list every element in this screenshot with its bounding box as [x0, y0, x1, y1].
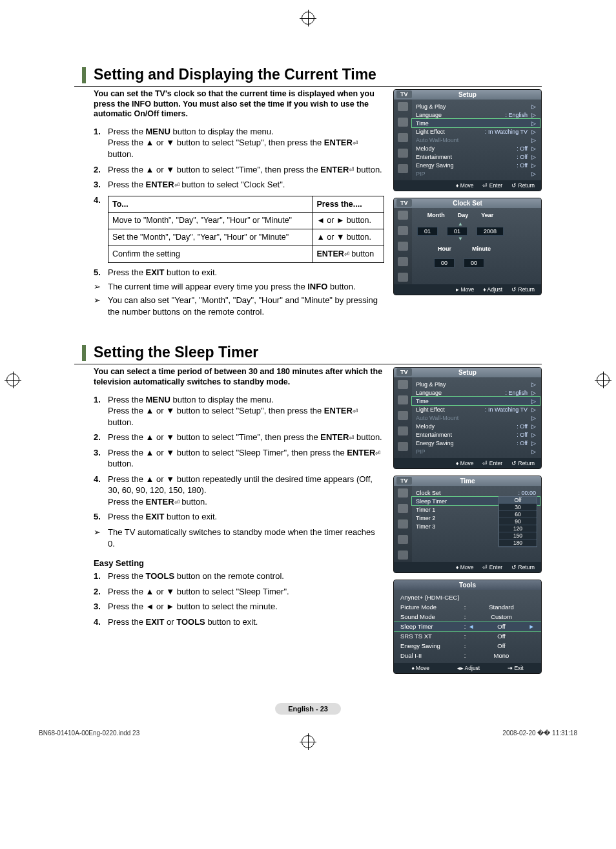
osd-hint: ♦ Adjust [483, 286, 502, 293]
step-body: Press the ▲ or ▼ button repeatedly until… [108, 474, 384, 508]
registration-mark-icon [302, 735, 314, 748]
osd-hint: ⏎ Enter [482, 460, 502, 466]
enter-icon: ⏎ [174, 498, 180, 507]
osd-row: Melody: Off▷ [416, 144, 536, 152]
osd-tab: TV [396, 199, 412, 207]
tools-row: Dual I-II:Mono [394, 651, 541, 660]
osd-row: Time▷ [412, 119, 540, 127]
registration-mark-icon [6, 373, 19, 386]
section-sleep-timer: Setting the Sleep Timer You can select a… [74, 342, 542, 680]
osd-row: PIP▷ [416, 169, 536, 178]
osd-row: Entertainment: Off▷ [416, 152, 536, 161]
osd-hint: ↺ Return [511, 564, 535, 571]
step-body: Press the ▲ or ▼ button to select "Time"… [108, 164, 384, 176]
step-body: Press the MENU button to display the men… [108, 126, 384, 160]
osd-hint: ♦ Move [456, 460, 473, 466]
osd-title: Time [460, 477, 475, 485]
clock-label: Hour [438, 246, 451, 252]
enter-icon: ⏎ [375, 449, 380, 458]
note-text: You can also set "Year", "Month", "Day",… [108, 295, 384, 317]
dropdown-option: 30 [499, 504, 537, 511]
instruction-table: To...Press the.... Move to "Month", "Day… [108, 196, 384, 264]
intro-text: You can set the TV's clock so that the c… [74, 89, 384, 120]
osd-row: PIP▷ [416, 447, 536, 456]
section-title: Setting the Sleep Timer [74, 342, 542, 364]
table-cell: Move to "Month", "Day", "Year", "Hour" o… [108, 213, 313, 229]
osd-category-icons [394, 100, 412, 180]
osd-title: Setup [458, 369, 477, 376]
tools-row: SRS TS XT:Off [394, 631, 541, 641]
osd-row: Entertainment: Off▷ [416, 430, 536, 439]
step-body: Press the EXIT or TOOLS button to exit. [108, 616, 384, 628]
table-cell: ENTER⏎ button [313, 246, 384, 263]
clock-value: 00 [434, 258, 455, 267]
step-number: 3. [94, 601, 108, 613]
step-body: Press the ▲ or ▼ button to select "Time"… [108, 432, 384, 443]
osd-tools-panel: Tools Anynet+ (HDMI-CEC)Picture Mode:Sta… [393, 580, 542, 674]
note-text: The TV automatically switches to standby… [108, 527, 384, 549]
osd-row: Light Effect: In Watching TV▷ [416, 405, 536, 414]
osd-hint: ◂▸ Adjust [457, 665, 480, 671]
note-icon: ➢ [94, 527, 108, 549]
sleep-timer-dropdown: Off306090120150180 [498, 496, 537, 547]
page-number: English - 23 [275, 703, 341, 715]
osd-tab: TV [396, 477, 412, 485]
table-header: Press the.... [313, 196, 384, 213]
osd-row: Melody: Off▷ [416, 422, 536, 430]
clock-value: 2008 [477, 227, 504, 236]
dropdown-option: 120 [499, 525, 537, 532]
step-number: 2. [94, 586, 108, 598]
osd-row: Plug & Play▷ [416, 380, 536, 388]
osd-clockset-panel: TVClock Set Month Day Year ▲ [393, 198, 542, 295]
osd-category-icons [394, 486, 412, 562]
clock-label: Minute [472, 246, 491, 252]
step-number: 4. [94, 194, 108, 264]
step-number: 4. [94, 616, 108, 628]
step-body: Press the ▲ or ▼ button to select "Sleep… [108, 447, 384, 470]
footer-filename: BN68-01410A-00Eng-0220.indd 23 [39, 729, 139, 737]
registration-mark-icon [597, 373, 610, 386]
osd-hint: ↺ Return [511, 182, 535, 189]
step-number: 1. [94, 394, 108, 428]
dropdown-option: 60 [499, 511, 537, 518]
osd-category-icons [394, 208, 412, 284]
step-number: 2. [94, 432, 108, 443]
step-number: 5. [94, 267, 108, 278]
table-cell: Confirm the setting [108, 246, 313, 263]
step-number: 1. [94, 571, 108, 582]
osd-category-icons [394, 377, 412, 458]
clock-value: 00 [464, 258, 484, 267]
enter-icon: ⏎ [174, 181, 180, 190]
tools-row: Sound Mode:Custom [394, 612, 541, 622]
osd-setup-panel: TVSetup Plug & Play▷Language: English▷Ti… [393, 89, 542, 191]
enter-icon: ⏎ [344, 250, 349, 259]
clock-value: 01 [417, 227, 438, 236]
section-title: Setting and Displaying the Current Time [74, 65, 542, 86]
osd-title: Clock Set [453, 200, 482, 207]
osd-time-panel: TVTime Clock Set: 00:00Sleep Timer:Timer… [393, 476, 542, 573]
enter-icon: ⏎ [353, 139, 358, 148]
registration-mark-icon [302, 12, 314, 25]
step-body: To...Press the.... Move to "Month", "Day… [108, 194, 384, 264]
table-cell: ◄ or ► button. [313, 213, 384, 229]
osd-title: Setup [458, 91, 477, 98]
step-body: Press the EXIT button to exit. [108, 511, 384, 523]
table-cell: ▲ or ▼ button. [313, 229, 384, 246]
note-icon: ➢ [94, 281, 108, 293]
step-number: 3. [94, 179, 108, 191]
note-text: The current time will appear every time … [108, 281, 356, 293]
clock-label: Month [427, 212, 445, 218]
clock-label: Day [458, 212, 469, 218]
osd-title: Tools [459, 582, 476, 589]
osd-hint: ⇥ Exit [508, 665, 524, 671]
tools-row: Picture Mode:Standard [394, 602, 541, 612]
intro-text: You can select a time period of between … [74, 367, 384, 387]
osd-hint: ♦ Move [456, 182, 473, 189]
osd-row: Auto Wall-Mount▷ [416, 414, 536, 422]
tools-row: Anynet+ (HDMI-CEC) [394, 592, 541, 602]
osd-row: Auto Wall-Mount▷ [416, 136, 536, 144]
osd-row: Light Effect: In Watching TV▷ [416, 127, 536, 136]
osd-setup-panel: TVSetup Plug & Play▷Language: English▷Ti… [393, 367, 542, 469]
note-icon: ➢ [94, 295, 108, 317]
osd-row: Energy Saving: Off▷ [416, 161, 536, 169]
